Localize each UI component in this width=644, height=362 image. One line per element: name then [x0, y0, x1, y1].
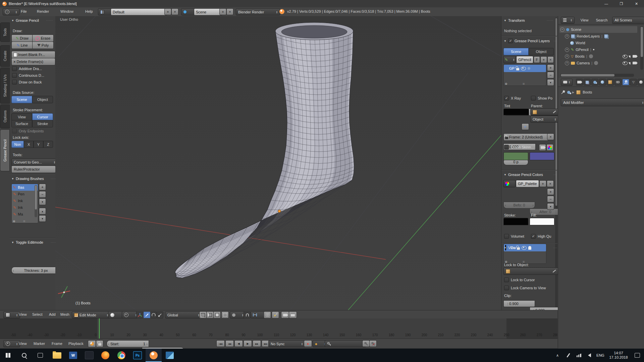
- stroke-color-swatch[interactable]: [503, 218, 528, 225]
- gp-layers-enable-checkbox[interactable]: ✓: [508, 39, 513, 43]
- onion-before-color-swatch[interactable]: [503, 152, 528, 160]
- timeline-ruler[interactable]: -50-40-30-20-100102030405060708090100110…: [0, 318, 557, 339]
- gp-source-scene-tab[interactable]: Scene: [503, 48, 529, 55]
- gp-color-add-button[interactable]: +: [547, 188, 554, 195]
- thickness-apply-button[interactable]: ➤: [522, 123, 529, 130]
- menu-file[interactable]: File: [19, 9, 28, 14]
- onion-skinning-checkbox[interactable]: Onion Skinn...: [504, 145, 534, 149]
- taskbar-word[interactable]: W: [65, 349, 81, 362]
- additive-drawing-checkbox[interactable]: Additive Dra...: [12, 66, 42, 71]
- jump-to-start-button[interactable]: |◀◀: [216, 340, 225, 347]
- palette-add-button[interactable]: +: [539, 180, 546, 187]
- gp-layer-specials-dropdown[interactable]: ▼: [547, 79, 554, 86]
- shelf-tab-options[interactable]: Options: [0, 105, 10, 128]
- shelf-tab-create[interactable]: Create: [0, 45, 10, 67]
- snap-toggle[interactable]: [244, 311, 251, 318]
- tab-world[interactable]: [599, 79, 606, 85]
- draw-on-back-checkbox[interactable]: Draw on Back: [12, 80, 42, 84]
- viewport-3d[interactable]: User Ortho (1) Boots: [55, 16, 501, 310]
- brush-item[interactable]: ✎Bas: [12, 184, 38, 191]
- gp-unlink-button[interactable]: ×: [547, 56, 554, 63]
- layout-close-button[interactable]: ×: [171, 8, 178, 15]
- scene-add-button[interactable]: +: [219, 8, 226, 15]
- timeline-menu-view[interactable]: View: [17, 341, 28, 346]
- n-panel-scrollbar[interactable]: [555, 17, 557, 308]
- lock-object-picker[interactable]: [503, 267, 558, 275]
- collapse-toggle[interactable]: −: [560, 27, 565, 32]
- screen-layout-name[interactable]: Default: [111, 8, 168, 15]
- tray-clock[interactable]: 14:07 17.10.2018: [607, 349, 630, 362]
- gp-datablock-name-field[interactable]: GPencil: [516, 56, 533, 63]
- menu-render[interactable]: Render: [36, 9, 50, 14]
- brush-item[interactable]: ✎Ink: [12, 204, 38, 211]
- brush-specials-dropdown[interactable]: ▼: [39, 198, 46, 205]
- parent-object-picker[interactable]: [530, 109, 558, 115]
- sync-mode-dropdown[interactable]: No Sync ▲▼: [268, 340, 305, 347]
- boot-mesh-object[interactable]: [175, 22, 354, 278]
- only-endpoints-checkbox[interactable]: Only Endpoints: [12, 129, 44, 133]
- limit-to-visible-toggle[interactable]: [221, 311, 229, 318]
- placement-view-toggle[interactable]: View: [11, 113, 32, 121]
- convert-to-geometry-dropdown[interactable]: Convert to Geo... ▲▼: [11, 159, 58, 166]
- outliner-row-scene[interactable]: − Scene: [559, 26, 637, 33]
- tab-object[interactable]: [607, 79, 614, 85]
- view-panel-header[interactable]: ▼ View ·····: [501, 243, 558, 250]
- transform-panel-header[interactable]: ▼ Transform ·····: [504, 18, 553, 22]
- gp-add-button[interactable]: +: [540, 56, 547, 63]
- add-modifier-dropdown[interactable]: Add Modifier ▲▼: [561, 99, 644, 106]
- active-keying-set-field[interactable]: [325, 340, 366, 347]
- gp-layer-add-button[interactable]: +: [547, 64, 554, 71]
- selectability-toggle[interactable]: [629, 55, 632, 58]
- insert-keyframes-button[interactable]: [362, 340, 370, 347]
- outliner-vertical-scrollbar[interactable]: [640, 26, 643, 70]
- outliner-row-boots[interactable]: + ▽ Boots |: [565, 53, 637, 60]
- record-button[interactable]: ●: [304, 340, 312, 347]
- onion-before-slider[interactable]: Befo: 0: [503, 202, 535, 208]
- list-resize-grip[interactable]: =: [23, 219, 25, 223]
- shelf-tab-grease-pencil[interactable]: Grease Pencil: [0, 129, 10, 171]
- ruler-protractor-button[interactable]: Ruler/Protractor: [11, 166, 56, 173]
- brush-item[interactable]: ✎Ma: [12, 211, 38, 218]
- breadcrumb-object-name[interactable]: Boots: [583, 90, 592, 94]
- frame-close-button[interactable]: ×: [547, 133, 554, 140]
- timeline-menu-playback[interactable]: Playback: [67, 341, 85, 346]
- manipulator-scale-toggle[interactable]: [157, 311, 163, 318]
- draw-button[interactable]: ✎Draw: [11, 35, 33, 42]
- tab-object-data[interactable]: ▽: [630, 79, 637, 85]
- current-frame-line[interactable]: [99, 318, 100, 339]
- outliner-menu-search[interactable]: Search: [594, 17, 609, 23]
- tray-volume-icon[interactable]: [585, 349, 594, 362]
- visibility-toggle[interactable]: [623, 55, 628, 58]
- viewport-menu-add[interactable]: Add: [48, 312, 57, 317]
- render-engine-dropdown[interactable]: Blender Render ▲▼: [236, 8, 280, 15]
- editor-type-selector[interactable]: ▲▼: [561, 79, 573, 86]
- previous-keyframe-button[interactable]: ◀◀: [225, 340, 234, 347]
- outliner-row-gpencil[interactable]: + ✎ GPencil |: [565, 46, 637, 53]
- list-add-icon[interactable]: ⊕: [505, 82, 507, 85]
- menu-help[interactable]: Help: [84, 9, 94, 14]
- scene-close-button[interactable]: ×: [226, 8, 233, 15]
- taskbar-chrome[interactable]: [113, 349, 129, 362]
- taskbar-blender-active[interactable]: [146, 349, 162, 362]
- delete-keyframes-button[interactable]: [369, 340, 377, 347]
- action-center-button[interactable]: [631, 349, 644, 362]
- shelf-tab-shading-uvs[interactable]: Shading / UVs: [0, 68, 10, 104]
- tab-constraints[interactable]: [614, 79, 622, 85]
- visibility-toggle[interactable]: [623, 61, 628, 65]
- lock-frame-range-toggle[interactable]: [96, 340, 103, 347]
- stroke-alpha-slider[interactable]: : 0.900: [503, 300, 535, 307]
- list-resize-grip[interactable]: =: [523, 82, 525, 86]
- brush-list-scrollbar[interactable]: [35, 185, 37, 217]
- editor-type-selector[interactable]: ▲▼: [561, 17, 575, 24]
- brush-thickness-slider[interactable]: Thicknes: 3 px: [11, 267, 60, 274]
- tray-pen-icon[interactable]: [564, 349, 573, 362]
- gp-layer-item[interactable]: GP: [504, 65, 546, 72]
- placement-stroke-toggle[interactable]: Stroke: [32, 120, 53, 127]
- volumetric-checkbox[interactable]: Volumet: [504, 234, 524, 239]
- shelf-tab-tools[interactable]: Tools: [0, 22, 10, 42]
- line-button[interactable]: ✎Line: [11, 42, 33, 49]
- lock-axis-z-toggle[interactable]: Z: [43, 141, 53, 148]
- frame-lock-bar[interactable]: Frame: 2 (Unlocked): [503, 133, 548, 141]
- onion-dot-icon[interactable]: [528, 67, 530, 70]
- fill-color-swatch[interactable]: [530, 218, 554, 225]
